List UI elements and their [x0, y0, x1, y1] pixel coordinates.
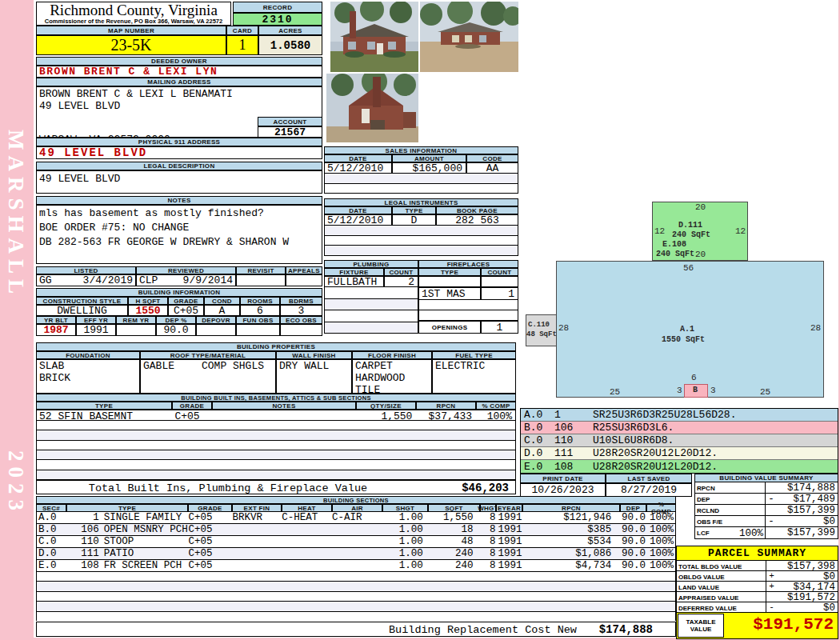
mailing-address-label: MAILING ADDRESS	[36, 78, 322, 86]
taxable-row: TAXABLE VALUE $191,572	[677, 613, 838, 638]
revisit-label: REVISIT	[236, 266, 286, 274]
map-number-label: MAP NUMBER	[36, 26, 226, 35]
parcel-label: LAND VALUE	[677, 582, 766, 591]
sqft: 240	[428, 548, 480, 559]
dim-b-left: 3	[677, 386, 682, 395]
built-ins-comp-label: % COMP	[476, 402, 516, 410]
bdrms-value: 3	[280, 305, 322, 316]
type-num: 110	[67, 536, 99, 547]
dep: 90.0	[619, 560, 646, 571]
rpcn: $534	[522, 536, 619, 547]
mailing-line-2: 49 LEVEL BLVD	[37, 100, 322, 112]
parcel-label: OBLDG VALUE	[677, 571, 766, 581]
notes-line-2: BOE ORDER #75: NO CHANGE	[37, 222, 322, 234]
empty-row	[37, 450, 515, 460]
shgt: 1.00	[382, 548, 428, 559]
plumbing-label: PLUMBING	[324, 260, 418, 268]
fireplace-empty-cell	[418, 276, 481, 287]
dim-de-right: 12	[735, 226, 746, 236]
built-ins-notes	[212, 410, 355, 420]
building-information-label: BUILDING INFORMATION	[36, 288, 322, 297]
bvs-value: $0	[777, 516, 838, 526]
sqft: 48	[428, 536, 480, 547]
instr-empty-rows	[324, 226, 518, 256]
construction-style-label: CONSTRUCTION STYLE	[36, 297, 128, 305]
bvs-label: LCF	[697, 530, 710, 538]
comp: 100%	[646, 524, 675, 535]
rpcn: $1,086	[522, 548, 619, 559]
shgt: 1.00	[382, 560, 428, 571]
legend-sec: C.0	[521, 434, 554, 446]
built-ins-row: 52 SFIN BASEMNT C+05 1,550 $37,433 100%	[36, 410, 516, 421]
sales-date-value: 5/12/2010	[324, 162, 392, 174]
bvs-op: -	[766, 494, 777, 504]
taxable-label: TAXABLE VALUE	[678, 614, 724, 638]
deeded-owner-value: BROWN BRENT C & LEXI LYN	[36, 66, 322, 78]
built-ins-total-row: Total Built Ins, Plumbing & Fireplace Va…	[36, 480, 516, 494]
foundation-value: SLAB BRICK	[36, 359, 140, 394]
dep: 90.0	[619, 524, 646, 535]
empty-row	[325, 184, 518, 194]
legend-sec: A.0	[521, 409, 554, 421]
bvs-label: RCLND	[695, 505, 766, 515]
empty-row	[325, 226, 518, 236]
county-subtitle: Commissioner of the Revenue, PO Box 366,…	[37, 18, 230, 25]
dim-de-bottom: 20	[695, 250, 706, 259]
type-name: OPEN MSNRY PCH	[99, 524, 189, 535]
property-photo-yard	[420, 2, 518, 72]
instr-date-value: 5/12/2010	[324, 214, 392, 226]
sales-code-label: CODE	[466, 154, 518, 162]
grade: C+05	[189, 560, 233, 571]
whgt: 8	[480, 560, 496, 571]
grade: C+05	[189, 524, 233, 535]
foundation-label: FOUNDATION	[36, 351, 140, 359]
type-num: 111	[67, 548, 99, 559]
photo-side-image	[326, 74, 418, 142]
bvs-label-lcf: LCF 100%	[695, 527, 766, 538]
notes-box: mls has basement as mostly finished? BOE…	[36, 205, 322, 264]
hsqft-value: 1550	[128, 305, 168, 316]
remyr-value	[116, 324, 156, 336]
section-row-c: C.0 110 STOOP C+05 1.00 48 8 1991 $534 9…	[37, 536, 675, 548]
notes-label: NOTES	[36, 196, 322, 205]
fireplace-count-label: COUNT	[481, 268, 518, 276]
photo-yard-image	[420, 2, 518, 72]
extfin: BRKVR	[232, 512, 282, 523]
funobs-value	[236, 324, 280, 336]
parcel-value: $0	[777, 571, 838, 581]
plumbing-count-value: 2	[384, 276, 418, 287]
rpcn: $4,734	[522, 560, 619, 571]
fireplace-count-value: 1	[481, 287, 518, 300]
built-ins-qty: 1,550	[356, 410, 416, 420]
last-saved-label: LAST SAVED	[606, 474, 692, 483]
legend-row-b: B.0 106 R25SU3R6D3L6.	[521, 422, 838, 434]
dim-a-left: 28	[558, 323, 569, 333]
col-eyear: EYEAR	[496, 504, 522, 512]
fuel-type-value: ELECTRIC	[432, 359, 516, 394]
parcel-row-appraised: APPRAISED VALUE $191,572	[677, 592, 838, 602]
roof-material: COMP SHGLS	[202, 360, 264, 372]
legend-code: 110	[554, 434, 593, 446]
dim-a-bottom-right: 25	[760, 387, 770, 397]
fireplace-empty-cell	[481, 276, 518, 287]
openings-value: 1	[481, 321, 518, 334]
brcn-row: Building Replacement Cost New $174,888	[36, 622, 676, 637]
fuel-type-text: ELECTRIC	[433, 360, 515, 372]
parcel-op: +	[766, 571, 777, 581]
foundation-line-2: BRICK	[37, 372, 139, 384]
cond-value: A	[204, 305, 240, 316]
rpcn: $385	[522, 524, 619, 535]
fuel-type-label: FUEL TYPE	[432, 351, 516, 359]
property-record-card: MARSHALL 2023 Richmond County, Virginia …	[0, 0, 840, 640]
grade: C+05	[189, 512, 233, 523]
roof-label: ROOF TYPE/MATERIAL	[140, 351, 276, 359]
empty-row	[325, 299, 418, 311]
dim-de-top: 20	[695, 202, 706, 212]
section-row-a: A.0 1 SINGLE FAMILY C+05 BRKVR C-HEAT C-…	[37, 512, 675, 524]
bvs-row-rclnd: RCLND $157,399	[695, 505, 838, 516]
legend-path: U28R20SR20U12L20D12.	[593, 461, 718, 473]
ecoobs-value	[280, 324, 322, 336]
sec: A.0	[37, 512, 67, 523]
building-sections-label: BUILDING SECTIONS	[36, 496, 676, 504]
print-date-value: 10/26/2023	[520, 483, 606, 497]
